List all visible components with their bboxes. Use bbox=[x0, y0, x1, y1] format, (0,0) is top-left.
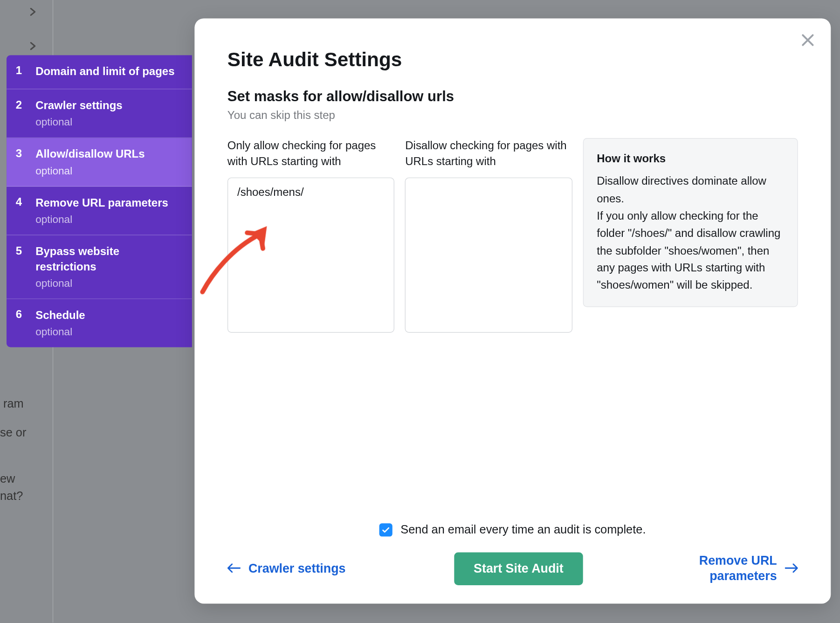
next-step-label: Remove URL parameters bbox=[691, 554, 777, 584]
modal-subtitle: Set masks for allow/disallow urls bbox=[227, 88, 798, 105]
allow-urls-label: Only allow checking for pages with URLs … bbox=[227, 138, 395, 170]
bg-chevron-icon bbox=[28, 4, 38, 21]
step-label: Remove URL parameters bbox=[35, 196, 180, 211]
next-step-link[interactable]: Remove URL parameters bbox=[691, 554, 798, 584]
allow-urls-textarea[interactable] bbox=[227, 178, 395, 333]
bg-text-fragment: nat? bbox=[0, 489, 23, 503]
step-label: Crawler settings bbox=[35, 98, 180, 113]
site-audit-settings-modal: Site Audit Settings Set masks for allow/… bbox=[194, 18, 831, 603]
step-crawler-settings[interactable]: 2 Crawler settings optional bbox=[7, 90, 192, 138]
step-optional: optional bbox=[35, 165, 180, 177]
arrow-left-icon bbox=[227, 561, 241, 576]
disallow-urls-label: Disallow checking for pages with URLs st… bbox=[405, 138, 572, 170]
bg-text-fragment: ew bbox=[0, 472, 15, 486]
step-number: 4 bbox=[16, 196, 35, 209]
step-schedule[interactable]: 6 Schedule optional bbox=[7, 299, 192, 347]
step-number: 2 bbox=[16, 98, 35, 111]
step-bypass-restrictions[interactable]: 5 Bypass website restrictions optional bbox=[7, 235, 192, 299]
step-label: Allow/disallow URLs bbox=[35, 147, 180, 162]
bg-text-fragment: ram bbox=[3, 397, 24, 411]
info-box-title: How it works bbox=[597, 151, 784, 168]
step-optional: optional bbox=[35, 277, 180, 289]
step-optional: optional bbox=[35, 116, 180, 128]
step-number: 1 bbox=[16, 64, 35, 77]
step-label: Schedule bbox=[35, 308, 180, 323]
bg-chevron-icon bbox=[28, 38, 38, 55]
step-number: 3 bbox=[16, 147, 35, 160]
arrow-right-icon bbox=[785, 561, 798, 576]
prev-step-link[interactable]: Crawler settings bbox=[227, 561, 346, 576]
bg-text-fragment: se or bbox=[0, 426, 26, 440]
step-remove-url-parameters[interactable]: 4 Remove URL parameters optional bbox=[7, 187, 192, 235]
step-domain-limit[interactable]: 1 Domain and limit of pages bbox=[7, 55, 192, 89]
email-notification-label: Send an email every time an audit is com… bbox=[400, 523, 646, 537]
prev-step-label: Crawler settings bbox=[248, 561, 345, 576]
modal-footer: Send an email every time an audit is com… bbox=[227, 523, 798, 585]
how-it-works-box: How it works Disallow directives dominat… bbox=[583, 138, 798, 307]
close-icon bbox=[799, 32, 817, 49]
info-box-body: Disallow directives dominate allow ones.… bbox=[597, 173, 784, 294]
email-notification-checkbox[interactable] bbox=[379, 523, 392, 536]
start-site-audit-button[interactable]: Start Site Audit bbox=[454, 552, 583, 585]
step-optional: optional bbox=[35, 326, 180, 338]
step-label: Bypass website restrictions bbox=[35, 244, 180, 275]
checkmark-icon bbox=[381, 525, 391, 534]
modal-title: Site Audit Settings bbox=[227, 48, 798, 71]
settings-steps-sidebar: 1 Domain and limit of pages 2 Crawler se… bbox=[7, 55, 192, 346]
step-label: Domain and limit of pages bbox=[35, 64, 180, 79]
step-number: 5 bbox=[16, 244, 35, 257]
disallow-urls-textarea[interactable] bbox=[405, 178, 572, 333]
step-optional: optional bbox=[35, 214, 180, 225]
close-button[interactable] bbox=[799, 32, 817, 51]
step-allow-disallow-urls[interactable]: 3 Allow/disallow URLs optional bbox=[7, 138, 192, 187]
modal-hint: You can skip this step bbox=[227, 109, 798, 122]
step-number: 6 bbox=[16, 308, 35, 321]
